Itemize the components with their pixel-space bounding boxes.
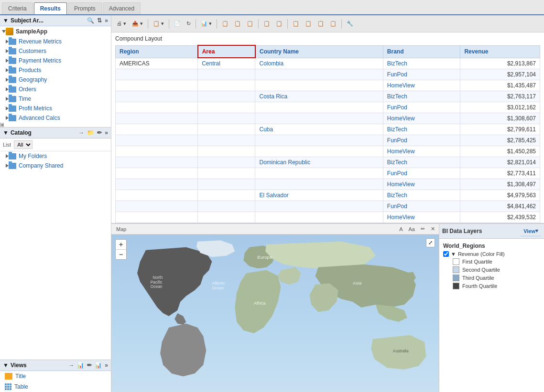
table-cell[interactable]: FunPod	[383, 201, 460, 212]
tool9-button[interactable]: 📋	[327, 19, 339, 28]
table-cell-link[interactable]: BizTech	[387, 60, 407, 67]
tree-item-geography[interactable]: Geography	[0, 75, 111, 85]
table-cell[interactable]: Dominican Republic	[255, 157, 383, 168]
table-cell[interactable]: Central	[198, 58, 255, 69]
zoom-out-button[interactable]: −	[116, 250, 126, 259]
table-cell[interactable]: BizTech	[383, 58, 460, 69]
table-cell[interactable]: BizTech	[383, 157, 460, 168]
table-cell[interactable]: FunPod	[383, 102, 460, 113]
col-header-revenue[interactable]: Revenue	[460, 45, 540, 58]
table-cell-link[interactable]: HomeView	[387, 82, 415, 89]
map-format-btn[interactable]: Aa	[407, 225, 417, 233]
table-cell-link[interactable]: BizTech	[387, 126, 407, 133]
catalog-item-my-folders[interactable]: My Folders	[0, 151, 111, 161]
views-nav-icon[interactable]: →	[68, 362, 74, 369]
tree-item-payment-metrics[interactable]: Payment Metrics	[0, 56, 111, 65]
tool5-button[interactable]: 📋	[273, 19, 285, 28]
table-cell-link[interactable]: HomeView	[387, 214, 415, 221]
table-cell-link[interactable]: FunPod	[387, 71, 407, 78]
catalog-nav-icon[interactable]: →	[78, 129, 84, 136]
add-view-button[interactable]: 📄	[172, 19, 183, 28]
print-button[interactable]: 🖨 ▾	[114, 19, 129, 28]
map-text-btn[interactable]: A	[397, 225, 404, 233]
table-cell[interactable]: BizTech	[383, 91, 460, 102]
catalog-item-company-shared[interactable]: Company Shared	[0, 161, 111, 170]
map-close-btn[interactable]: ✕	[429, 225, 437, 233]
table-cell[interactable]: HomeView	[383, 146, 460, 157]
catalog-filter-select[interactable]: All	[14, 140, 33, 149]
catalog-edit-icon[interactable]: ✏	[97, 129, 102, 136]
export-button[interactable]: 📤 ▾	[130, 19, 145, 28]
bi-layer-checkbox[interactable]	[443, 251, 449, 257]
table-cell-link[interactable]: Costa Rica	[259, 93, 287, 100]
tree-item-revenue-metrics[interactable]: Revenue Metrics	[0, 37, 111, 46]
table-cell[interactable]: HomeView	[383, 212, 460, 223]
table-cell-link[interactable]: BizTech	[387, 159, 407, 166]
table-cell[interactable]: Costa Rica	[255, 91, 383, 102]
table-cell[interactable]: HomeView	[383, 179, 460, 190]
expand-icon[interactable]: »	[105, 17, 108, 24]
search-icon[interactable]: 🔍	[87, 17, 94, 24]
view-item-title[interactable]: Title	[0, 371, 111, 381]
views-edit-icon[interactable]: ✏	[87, 362, 92, 369]
table-cell-link[interactable]: Central	[202, 60, 220, 67]
table-cell[interactable]: BizTech	[383, 124, 460, 135]
catalog-collapse-icon[interactable]: ▼	[3, 129, 9, 136]
tab-prompts[interactable]: Prompts	[68, 2, 102, 14]
table-cell-link[interactable]: FunPod	[387, 203, 407, 210]
table-cell-link[interactable]: FunPod	[387, 137, 407, 144]
table-cell-link[interactable]: BizTech	[387, 192, 407, 199]
map-expand-button[interactable]: ⤢	[426, 238, 435, 247]
panel-resize-handle[interactable]	[0, 123, 4, 127]
table-cell-link[interactable]: FunPod	[387, 170, 407, 177]
tool4-button[interactable]: 📋	[261, 19, 272, 28]
view-item-table[interactable]: Table	[0, 381, 111, 392]
col-header-region[interactable]: Region	[116, 45, 198, 58]
table-cell-link[interactable]: HomeView	[387, 148, 415, 155]
tool10-button[interactable]: 🔧	[344, 19, 356, 28]
views-chart-icon[interactable]: 📊	[77, 362, 84, 369]
tab-criteria[interactable]: Criteria	[2, 2, 33, 14]
chart-button[interactable]: 📊 ▾	[198, 19, 214, 28]
table-cell-link[interactable]: HomeView	[387, 181, 415, 188]
table-cell[interactable]: FunPod	[383, 69, 460, 80]
views-more-icon[interactable]: 📊	[95, 362, 102, 369]
table-cell-link[interactable]: BizTech	[387, 93, 407, 100]
tree-item-advanced-calcs[interactable]: Advanced Calcs	[0, 113, 111, 123]
col-header-country[interactable]: Country Name	[255, 45, 383, 58]
catalog-add-icon[interactable]: 📁	[87, 129, 94, 136]
catalog-expand-icon[interactable]: »	[105, 129, 108, 136]
sort-icon[interactable]: ⇅	[97, 17, 102, 24]
views-expand-icon[interactable]: »	[105, 362, 108, 369]
table-cell[interactable]: BizTech	[383, 190, 460, 201]
tree-item-time[interactable]: Time	[0, 94, 111, 104]
col-header-area[interactable]: Area	[198, 45, 255, 58]
col-header-brand[interactable]: Brand	[383, 45, 460, 58]
tool3-button[interactable]: 📋	[244, 19, 256, 28]
tab-results[interactable]: Results	[34, 2, 67, 14]
table-cell[interactable]: Colombia	[255, 58, 383, 69]
tree-item-profit-metrics[interactable]: Profit Metrics	[0, 104, 111, 113]
table-cell[interactable]: HomeView	[383, 80, 460, 91]
views-collapse-icon[interactable]: ▼	[3, 362, 9, 369]
tool8-button[interactable]: 📋	[315, 19, 326, 28]
tree-item-customers[interactable]: Customers	[0, 46, 111, 56]
tool1-button[interactable]: 📋	[219, 19, 231, 28]
tree-item-orders[interactable]: Orders	[0, 85, 111, 94]
table-cell[interactable]: El Salvador	[255, 190, 383, 201]
table-cell-link[interactable]: Dominican Republic	[259, 159, 310, 166]
table-cell[interactable]: FunPod	[383, 135, 460, 146]
tree-item-products[interactable]: Products	[0, 65, 111, 75]
embed-button[interactable]: 📋 ▾	[151, 19, 166, 28]
table-cell-link[interactable]: HomeView	[387, 115, 415, 122]
tool7-button[interactable]: 📋	[303, 19, 314, 28]
collapse-icon[interactable]: ▼	[3, 17, 9, 24]
table-cell[interactable]: Cuba	[255, 124, 383, 135]
tab-advanced[interactable]: Advanced	[103, 2, 141, 14]
tool6-button[interactable]: 📋	[290, 19, 302, 28]
table-cell[interactable]: FunPod	[383, 168, 460, 179]
table-cell-link[interactable]: FunPod	[387, 104, 407, 111]
table-cell[interactable]: HomeView	[383, 113, 460, 124]
bi-layers-view-dropdown[interactable]: View ▾	[521, 226, 541, 236]
table-scroll[interactable]: Region Area Country Name Brand Revenue A…	[111, 45, 544, 223]
